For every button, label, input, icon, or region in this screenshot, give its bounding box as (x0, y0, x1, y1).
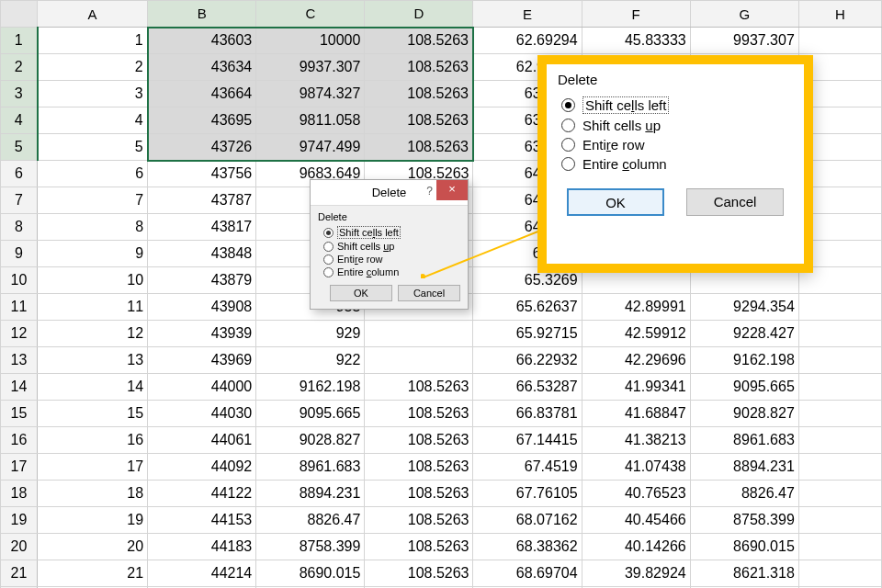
row-header[interactable]: 11 (1, 294, 38, 321)
row-header[interactable]: 16 (1, 427, 38, 454)
cell[interactable]: 43908 (148, 294, 256, 321)
cell[interactable]: 108.5263 (365, 481, 473, 507)
cell[interactable]: 66.53287 (473, 374, 582, 401)
zoom-ok-button[interactable]: OK (567, 188, 664, 216)
row-header[interactable]: 19 (1, 507, 38, 534)
dialog-titlebar[interactable]: Delete ? × (311, 180, 468, 206)
cell[interactable]: 1 (38, 28, 148, 54)
cell[interactable]: 13 (38, 347, 148, 374)
cell[interactable]: 8758.399 (690, 507, 798, 534)
row-header[interactable]: 8 (1, 214, 38, 241)
cell[interactable]: 7 (38, 187, 148, 214)
cell[interactable]: 65.62637 (473, 294, 582, 321)
cell[interactable]: 922 (256, 347, 365, 374)
row-header[interactable]: 1 (1, 28, 38, 54)
row-header[interactable]: 10 (1, 267, 38, 294)
cell[interactable]: 9747.499 (256, 134, 365, 161)
row-header[interactable]: 13 (1, 347, 38, 374)
cell[interactable]: 66.83781 (473, 401, 582, 427)
cell[interactable]: 8961.683 (690, 427, 798, 454)
column-header-C[interactable]: C (256, 1, 365, 28)
cell[interactable] (798, 427, 881, 454)
cell[interactable]: 4 (38, 107, 148, 134)
cell[interactable]: 12 (38, 321, 148, 347)
cell[interactable]: 9937.307 (690, 28, 798, 54)
cell[interactable]: 21 (38, 560, 148, 587)
cell[interactable]: 44122 (148, 481, 256, 507)
cell[interactable]: 65.92715 (473, 321, 582, 347)
cell[interactable] (798, 507, 881, 534)
cell[interactable]: 45.83333 (582, 28, 690, 54)
row-header[interactable]: 5 (1, 134, 38, 161)
select-all-corner[interactable] (1, 1, 38, 28)
cell[interactable]: 43848 (148, 241, 256, 267)
column-header-G[interactable]: G (690, 1, 798, 28)
cell[interactable]: 41.07438 (582, 454, 690, 481)
cell[interactable]: 44030 (148, 401, 256, 427)
row-header[interactable]: 14 (1, 374, 38, 401)
cell[interactable]: 9095.665 (690, 374, 798, 401)
cell[interactable] (798, 481, 881, 507)
cell[interactable]: 6 (38, 161, 148, 187)
zoom-radio-option[interactable]: Entire row (561, 137, 793, 153)
cell[interactable]: 108.5263 (365, 28, 473, 54)
cell[interactable]: 44092 (148, 454, 256, 481)
cell[interactable]: 108.5263 (365, 374, 473, 401)
radio-option[interactable]: Shift cells up (323, 241, 460, 252)
cell[interactable]: 67.14415 (473, 427, 582, 454)
cell[interactable] (365, 321, 473, 347)
row-header[interactable]: 9 (1, 241, 38, 267)
cell[interactable]: 3 (38, 81, 148, 107)
cell[interactable]: 8758.399 (256, 534, 365, 560)
cell[interactable]: 108.5263 (365, 427, 473, 454)
cell[interactable]: 41.38213 (582, 427, 690, 454)
cell[interactable]: 9 (38, 241, 148, 267)
cell[interactable]: 20 (38, 534, 148, 560)
cell[interactable]: 2 (38, 54, 148, 81)
cell[interactable]: 5 (38, 134, 148, 161)
cell[interactable]: 41.99341 (582, 374, 690, 401)
row-header[interactable]: 6 (1, 161, 38, 187)
row-header[interactable]: 12 (1, 321, 38, 347)
cell[interactable] (798, 294, 881, 321)
cell[interactable]: 14 (38, 374, 148, 401)
zoom-cancel-button[interactable]: Cancel (686, 188, 784, 216)
cell[interactable]: 44153 (148, 507, 256, 534)
cell[interactable]: 8894.231 (690, 454, 798, 481)
cell[interactable]: 108.5263 (365, 107, 473, 134)
row-header[interactable]: 20 (1, 534, 38, 560)
cell[interactable]: 44214 (148, 560, 256, 587)
column-header-E[interactable]: E (473, 1, 582, 28)
cell[interactable]: 9162.198 (690, 347, 798, 374)
cell[interactable]: 15 (38, 401, 148, 427)
cell[interactable]: 42.29696 (582, 347, 690, 374)
help-icon[interactable]: ? (426, 185, 433, 198)
cell[interactable]: 42.89991 (582, 294, 690, 321)
cell[interactable]: 18 (38, 481, 148, 507)
row-header[interactable]: 2 (1, 54, 38, 81)
radio-option[interactable]: Entire column (323, 266, 460, 277)
cell[interactable]: 43664 (148, 81, 256, 107)
cell[interactable]: 11 (38, 294, 148, 321)
cell[interactable]: 42.59912 (582, 321, 690, 347)
cell[interactable]: 108.5263 (365, 454, 473, 481)
cell[interactable]: 44061 (148, 427, 256, 454)
cell[interactable]: 43726 (148, 134, 256, 161)
radio-option[interactable]: Entire row (323, 254, 460, 265)
cell[interactable]: 8894.231 (256, 481, 365, 507)
cell[interactable]: 40.45466 (582, 507, 690, 534)
cell[interactable]: 67.76105 (473, 481, 582, 507)
cell[interactable]: 9228.427 (690, 321, 798, 347)
cell[interactable]: 43695 (148, 107, 256, 134)
zoom-radio-option[interactable]: Shift cells up (561, 118, 793, 133)
row-header[interactable]: 7 (1, 187, 38, 214)
cell[interactable]: 43603 (148, 28, 256, 54)
cell[interactable]: 108.5263 (365, 81, 473, 107)
column-header-F[interactable]: F (582, 1, 690, 28)
cell[interactable]: 67.4519 (473, 454, 582, 481)
cell[interactable]: 43817 (148, 214, 256, 241)
cell[interactable] (798, 28, 881, 54)
cell[interactable]: 108.5263 (365, 54, 473, 81)
cell[interactable]: 108.5263 (365, 507, 473, 534)
cell[interactable]: 17 (38, 454, 148, 481)
